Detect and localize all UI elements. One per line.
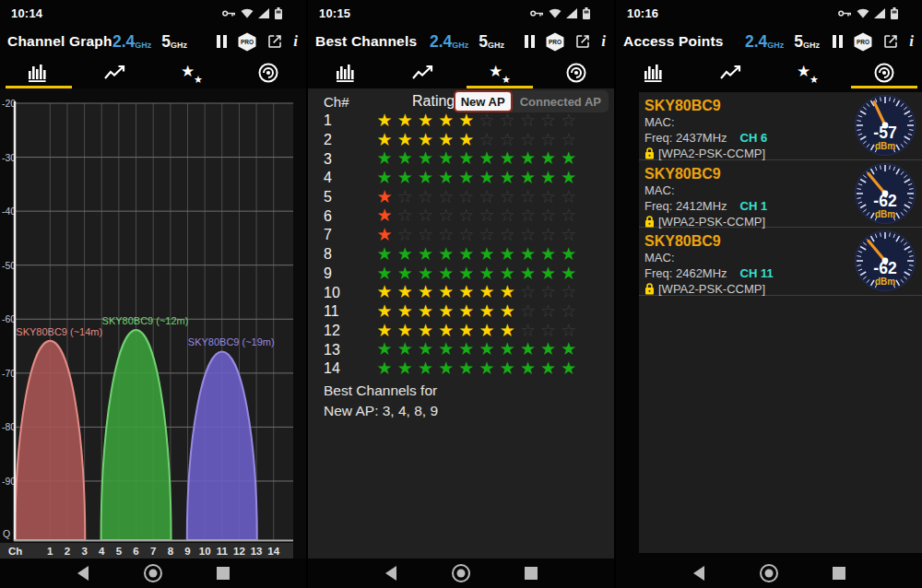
status-bar: 10:14 xyxy=(0,0,306,26)
export-button[interactable] xyxy=(574,33,591,50)
recents-button[interactable] xyxy=(216,566,230,581)
time-graph-tab[interactable] xyxy=(77,57,153,88)
best-channels-tab[interactable]: ★★ xyxy=(461,57,538,88)
access-points-tab[interactable] xyxy=(845,57,922,88)
recents-button[interactable] xyxy=(832,566,846,581)
star-empty-icon: ☆ xyxy=(517,302,538,322)
star-empty-icon: ☆ xyxy=(538,112,559,131)
channel-rating-row: 2★★★★★☆☆☆☆☆ xyxy=(308,131,614,150)
star-filled-icon: ★ xyxy=(456,112,477,131)
channel-number: 11 xyxy=(308,303,374,320)
star-filled-icon: ★ xyxy=(395,302,415,322)
star-filled-icon: ★ xyxy=(395,112,415,131)
star-empty-icon: ☆ xyxy=(517,322,538,341)
star-filled-icon: ★ xyxy=(517,340,538,359)
channel-number: 3 xyxy=(308,151,374,168)
info-button[interactable]: i xyxy=(907,32,916,51)
home-button[interactable] xyxy=(450,562,472,584)
vpn-key-icon xyxy=(530,8,544,18)
rating-column-header: Rating xyxy=(412,93,455,110)
back-button[interactable] xyxy=(384,565,398,582)
star-empty-icon: ☆ xyxy=(477,131,497,150)
star-empty-icon: ☆ xyxy=(436,226,456,245)
access-point-card[interactable]: SKY80BC9MAC:Freq: 2412MHzCH 1[WPA2-PSK-C… xyxy=(639,160,922,229)
new-ap-button[interactable]: New AP xyxy=(454,90,513,112)
star-filled-icon: ★ xyxy=(559,149,579,169)
access-points-tab[interactable] xyxy=(230,57,306,88)
band-5ghz-button[interactable]: 5GHz xyxy=(479,32,504,52)
access-point-card[interactable]: SKY80BC9MAC:Freq: 2462MHzCH 11[WPA2-PSK-… xyxy=(639,228,922,296)
recents-button[interactable] xyxy=(524,566,538,581)
channel-graph-tab[interactable] xyxy=(308,57,384,88)
star-filled-icon: ★ xyxy=(456,322,477,341)
star-filled-icon: ★ xyxy=(538,265,559,284)
signal-dbm-value: -62 xyxy=(873,259,897,277)
star-rating: ★☆☆☆☆☆☆☆☆☆ xyxy=(374,206,579,226)
star-empty-icon: ☆ xyxy=(559,226,579,245)
channel-number: 1 xyxy=(308,112,374,129)
wifi-icon xyxy=(241,8,254,18)
home-button[interactable] xyxy=(758,562,780,584)
home-button[interactable] xyxy=(142,562,164,584)
star-filled-icon: ★ xyxy=(559,245,579,265)
star-filled-icon: ★ xyxy=(415,322,435,341)
star-filled-icon: ★ xyxy=(395,131,415,150)
back-button[interactable] xyxy=(76,565,90,582)
star-empty-icon: ☆ xyxy=(559,112,579,131)
best-channels-tab[interactable]: ★★ xyxy=(153,57,230,88)
export-button[interactable] xyxy=(882,33,899,50)
star-empty-icon: ☆ xyxy=(559,322,579,341)
bar-chart-icon xyxy=(335,63,359,83)
star-filled-icon: ★ xyxy=(497,265,517,284)
time-graph-tab[interactable] xyxy=(692,57,769,88)
back-button[interactable] xyxy=(692,565,706,582)
pause-button[interactable] xyxy=(831,35,844,48)
ap-channel: CH 6 xyxy=(740,131,768,145)
channel-number: 5 xyxy=(308,189,374,206)
pro-badge-button[interactable]: PRO xyxy=(544,32,566,52)
access-point-card[interactable]: SKY80BC9MAC:Freq: 2437MHzCH 6[WPA2-PSK-C… xyxy=(639,92,922,160)
band-5ghz-button[interactable]: 5GHz xyxy=(161,32,187,52)
star-rating: ★★★★★★★★★★ xyxy=(374,149,579,169)
signal-strength-gauge: -62dBm xyxy=(853,161,917,226)
star-filled-icon: ★ xyxy=(374,322,395,341)
channel-number: 8 xyxy=(308,246,374,263)
star-filled-icon: ★ xyxy=(477,340,497,359)
star-filled-icon: ★ xyxy=(395,245,415,265)
android-nav-bar xyxy=(308,559,614,588)
band-2-4ghz-button[interactable]: 2.4GHz xyxy=(112,32,151,52)
star-empty-icon: ☆ xyxy=(395,226,415,245)
access-points-tab[interactable] xyxy=(538,57,614,88)
band-2-4ghz-button[interactable]: 2.4GHz xyxy=(430,32,468,52)
best-channels-tab[interactable]: ★★ xyxy=(769,57,845,88)
band-2-4ghz-button[interactable]: 2.4GHz xyxy=(745,32,784,52)
info-button[interactable]: i xyxy=(291,32,300,51)
x-axis-tick-label: 11 xyxy=(217,546,229,557)
status-icons xyxy=(222,7,282,19)
time-graph-tab[interactable] xyxy=(384,57,461,88)
access-point-list: SKY80BC9MAC:Freq: 2437MHzCH 6[WPA2-PSK-C… xyxy=(639,92,922,553)
channel-graph-tab[interactable] xyxy=(616,57,692,88)
pause-button[interactable] xyxy=(523,35,536,48)
band-5ghz-button[interactable]: 5GHz xyxy=(794,32,820,52)
star-filled-icon: ★ xyxy=(395,322,415,341)
pro-badge-button[interactable]: PRO xyxy=(852,32,874,52)
star-empty-icon: ☆ xyxy=(517,226,538,245)
tab-bar: ★★ xyxy=(0,57,306,88)
connected-ap-button[interactable]: Connected AP xyxy=(513,95,609,109)
star-filled-icon: ★ xyxy=(436,359,456,379)
star-filled-icon: ★ xyxy=(477,359,497,379)
star-rating: ★★★★★★★★★★ xyxy=(374,359,579,379)
star-empty-icon: ☆ xyxy=(477,112,497,131)
pro-badge-button[interactable]: PRO xyxy=(236,32,258,52)
channel-rating-row: 13★★★★★★★★★★ xyxy=(308,340,614,359)
export-button[interactable] xyxy=(266,33,283,50)
signal-strength-gauge: -57dBm xyxy=(853,93,917,158)
star-empty-icon: ☆ xyxy=(538,322,559,341)
x-axis-tick-label: 1 xyxy=(47,546,53,557)
pause-button[interactable] xyxy=(215,35,228,48)
channel-graph-tab[interactable] xyxy=(0,57,77,88)
star-filled-icon: ★ xyxy=(415,112,435,131)
star-filled-icon: ★ xyxy=(477,265,497,284)
info-button[interactable]: i xyxy=(599,32,608,51)
